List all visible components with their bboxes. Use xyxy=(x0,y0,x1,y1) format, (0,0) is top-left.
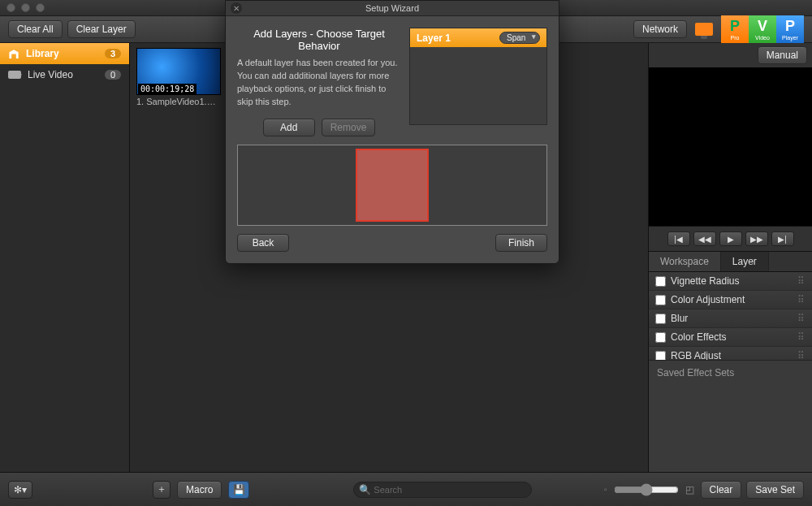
go-to-end-button[interactable]: ▶| xyxy=(771,231,794,246)
effect-row[interactable]: Color Adjustment⠿ xyxy=(649,291,812,309)
wizard-heading: Add Layers - Choose Target Behavior xyxy=(237,28,401,52)
search-icon: 🔍 xyxy=(359,484,371,495)
search-input[interactable] xyxy=(353,482,532,498)
bottom-toolbar: ✻▾ ＋ Macro 💾 🔍 ▫ ◰ Clear Save Set xyxy=(0,472,812,506)
effect-label: RGB Adjust xyxy=(671,350,721,360)
thumbnail-size-large-icon: ◰ xyxy=(685,484,694,495)
fast-forward-button[interactable]: ▶▶ xyxy=(745,231,768,246)
wizard-titlebar: ✕ Setup Wizard xyxy=(226,1,559,16)
effect-label: Color Effects xyxy=(671,331,726,343)
thumbnail-size-small-icon: ▫ xyxy=(604,485,607,494)
saved-sets-area[interactable] xyxy=(649,385,812,473)
save-set-button[interactable]: Save Set xyxy=(746,481,804,499)
saved-effect-sets-label: Saved Effect Sets xyxy=(649,360,812,385)
clip-thumbnail[interactable]: 00:00:19;28 1. SampleVideo1.mov xyxy=(136,48,221,108)
network-button[interactable]: Network xyxy=(633,20,687,38)
drag-grip-icon[interactable]: ⠿ xyxy=(797,313,806,324)
window-controls[interactable] xyxy=(6,3,45,12)
effect-row[interactable]: Vignette Radius⠿ xyxy=(649,272,812,291)
settings-menu-button[interactable]: ✻▾ xyxy=(8,481,32,499)
transport-controls: |◀ ◀◀ ▶ ▶▶ ▶| xyxy=(649,227,812,251)
effect-checkbox[interactable] xyxy=(655,332,666,343)
search-field-wrap: 🔍 xyxy=(353,482,532,498)
effect-row[interactable]: RGB Adjust⠿ xyxy=(649,347,812,360)
wizard-layer-list[interactable]: Layer 1 Span xyxy=(409,28,547,125)
drag-grip-icon[interactable]: ⠿ xyxy=(797,294,806,305)
right-panel: Manual |◀ ◀◀ ▶ ▶▶ ▶| Workspace Layer Vig… xyxy=(648,43,812,472)
drag-grip-icon[interactable]: ⠿ xyxy=(797,331,806,343)
clear-button[interactable]: Clear xyxy=(701,481,742,499)
effect-checkbox[interactable] xyxy=(655,314,666,324)
clip-timecode: 00:00:19;28 xyxy=(138,84,197,94)
wizard-target-canvas[interactable] xyxy=(237,145,547,226)
sidebar-badge: 3 xyxy=(105,49,121,58)
logo-tile-player: PPlayer xyxy=(776,15,804,43)
tab-layer[interactable]: Layer xyxy=(721,252,769,271)
tab-workspace[interactable]: Workspace xyxy=(649,252,721,271)
effect-label: Vignette Radius xyxy=(671,275,740,287)
manual-button[interactable]: Manual xyxy=(758,46,807,64)
app-logo: PPro VVideo PPlayer xyxy=(721,15,804,43)
sidebar-item-live-video[interactable]: Live Video 0 xyxy=(0,64,129,85)
effect-checkbox[interactable] xyxy=(655,295,666,305)
drag-grip-icon[interactable]: ⠿ xyxy=(797,275,806,287)
macro-button[interactable]: Macro xyxy=(177,481,222,499)
disk-icon: 💾 xyxy=(233,484,245,495)
close-window-icon[interactable] xyxy=(6,3,15,12)
effects-list[interactable]: Vignette Radius⠿ Color Adjustment⠿ Blur⠿… xyxy=(649,272,812,360)
remove-layer-button[interactable]: Remove xyxy=(322,119,376,136)
library-icon xyxy=(8,49,19,58)
close-icon[interactable]: ✕ xyxy=(231,2,242,14)
camera-icon xyxy=(8,71,21,79)
wizard-description: A default layer has been created for you… xyxy=(237,57,401,109)
effect-checkbox[interactable] xyxy=(655,276,666,287)
output-monitor-icon[interactable] xyxy=(695,23,713,36)
clear-layer-button[interactable]: Clear Layer xyxy=(67,20,136,38)
logo-tile-video: VVideo xyxy=(749,15,776,43)
wizard-layer-row[interactable]: Layer 1 Span xyxy=(410,28,546,47)
sidebar-item-library[interactable]: Library 3 xyxy=(0,43,129,64)
plus-icon: ＋ xyxy=(157,482,166,496)
back-button[interactable]: Back xyxy=(237,234,289,252)
save-icon-button[interactable]: 💾 xyxy=(228,481,249,499)
setup-wizard-dialog: ✕ Setup Wizard Add Layers - Choose Targe… xyxy=(225,0,559,264)
effect-label: Blur xyxy=(671,313,688,324)
rewind-button[interactable]: ◀◀ xyxy=(693,231,716,246)
gear-icon: ✻▾ xyxy=(14,484,27,495)
go-to-start-button[interactable]: |◀ xyxy=(667,231,690,246)
wizard-target-rect[interactable] xyxy=(356,149,429,222)
wizard-title: Setup Wizard xyxy=(365,3,419,13)
inspector-tabs: Workspace Layer xyxy=(649,251,812,272)
sidebar-item-label: Library xyxy=(26,48,59,59)
add-button[interactable]: ＋ xyxy=(153,481,171,499)
thumbnail-size-slider[interactable] xyxy=(614,483,679,496)
play-button[interactable]: ▶ xyxy=(719,231,742,246)
sidebar-badge: 0 xyxy=(105,70,121,80)
output-preview xyxy=(649,67,812,227)
clear-all-button[interactable]: Clear All xyxy=(8,20,63,38)
layer-mode-select-wrap: Span xyxy=(499,32,540,44)
drag-grip-icon[interactable]: ⠿ xyxy=(797,350,806,360)
layer-name-label: Layer 1 xyxy=(417,32,451,44)
effect-row[interactable]: Color Effects⠿ xyxy=(649,328,812,347)
logo-tile-pro: PPro xyxy=(721,15,749,43)
clip-filename: 1. SampleVideo1.mov xyxy=(136,95,221,108)
zoom-window-icon[interactable] xyxy=(36,3,45,12)
finish-button[interactable]: Finish xyxy=(495,234,547,252)
add-layer-button[interactable]: Add xyxy=(263,119,315,136)
effect-row[interactable]: Blur⠿ xyxy=(649,309,812,328)
minimize-window-icon[interactable] xyxy=(21,3,30,12)
left-sidebar: Library 3 Live Video 0 xyxy=(0,43,130,472)
effect-checkbox[interactable] xyxy=(655,351,666,360)
layer-mode-select[interactable]: Span xyxy=(499,32,540,44)
effect-label: Color Adjustment xyxy=(671,294,745,305)
sidebar-item-label: Live Video xyxy=(28,69,73,80)
